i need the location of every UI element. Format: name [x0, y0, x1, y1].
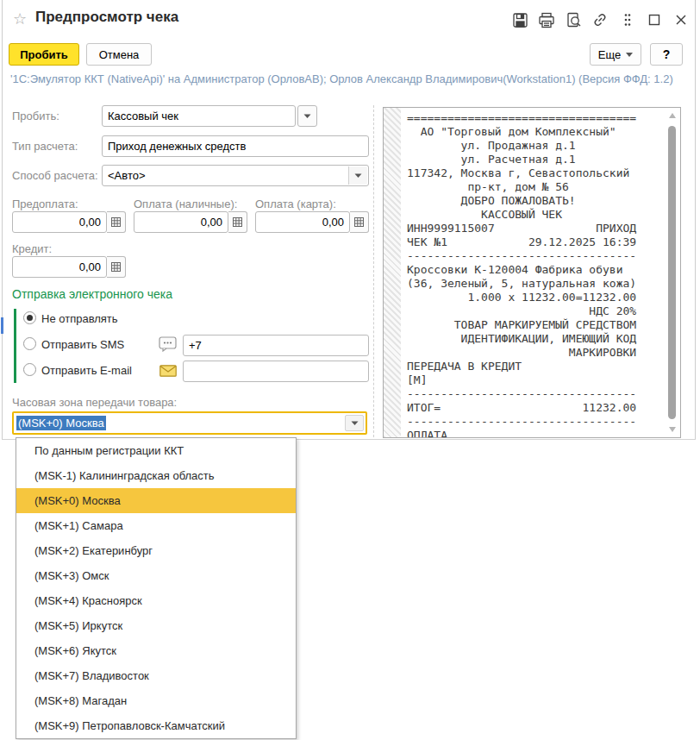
- timezone-option-msk-8[interactable]: (MSK+8) Магадан: [16, 688, 296, 713]
- timezone-option-msk-3[interactable]: (MSK+3) Омск: [16, 563, 296, 588]
- more-actions-button[interactable]: Еще: [590, 43, 641, 66]
- save-icon[interactable]: [510, 10, 529, 29]
- timezone-option-msk-6[interactable]: (MSK+6) Якутск: [16, 638, 296, 663]
- cancel-button[interactable]: Отмена: [86, 43, 152, 66]
- window-border-right: [695, 0, 696, 439]
- receipt-preview-panel: ================================== АО "Т…: [383, 107, 681, 438]
- close-icon[interactable]: [672, 10, 691, 29]
- receipt-text: ================================== АО "Т…: [407, 111, 636, 438]
- radio-send-email-label: Отправить E-mail: [41, 364, 132, 377]
- calculator-icon: [233, 217, 242, 227]
- cash-field[interactable]: 0,00: [134, 211, 228, 233]
- payment-method-dropdown-button[interactable]: [348, 166, 367, 185]
- prepayment-label: Предоплата:: [12, 198, 78, 210]
- scrollbar-thumb[interactable]: [668, 126, 676, 419]
- more-icon[interactable]: [618, 10, 637, 29]
- title-bar: ☆ Предпросмотр чека: [3, 0, 695, 39]
- favorite-star-icon[interactable]: ☆: [11, 10, 28, 28]
- sms-phone-value: +7: [189, 339, 202, 352]
- receipt-scrollbar[interactable]: [666, 108, 679, 437]
- help-button[interactable]: ?: [650, 43, 683, 66]
- payment-type-value: Приход денежных средств: [108, 140, 246, 153]
- card-value: 0,00: [322, 216, 344, 229]
- prepayment-value: 0,00: [79, 216, 101, 229]
- card-label: Оплата (карта):: [255, 198, 336, 210]
- credit-field[interactable]: 0,00: [12, 256, 107, 278]
- card-field[interactable]: 0,00: [255, 211, 350, 233]
- timezone-label: Часовая зона передачи товара:: [12, 396, 177, 409]
- email-envelope-icon[interactable]: [159, 365, 177, 380]
- maximize-icon[interactable]: [645, 10, 664, 29]
- more-actions-label: Еще: [598, 48, 621, 61]
- cash-value: 0,00: [201, 216, 222, 229]
- payment-type-label: Тип расчета:: [12, 140, 78, 153]
- cancel-button-label: Отмена: [99, 48, 140, 61]
- help-button-label: ?: [663, 47, 671, 61]
- receipt-paper-edge: [384, 108, 401, 437]
- credit-calculator-button[interactable]: [107, 256, 126, 278]
- timezone-option-msk-1[interactable]: (MSK+1) Самара: [16, 513, 296, 538]
- timezone-option-msk-4[interactable]: (MSK+4) Красноярск: [16, 588, 296, 613]
- electronic-receipt-section-title: Отправка электронного чека: [12, 287, 172, 301]
- window-scroll-marker: [1, 317, 3, 334]
- probit-label: Пробить:: [12, 110, 59, 122]
- chevron-down-icon: [626, 53, 633, 57]
- cash-label: Оплата (наличные):: [134, 198, 237, 210]
- commit-button[interactable]: Пробить: [9, 43, 79, 66]
- timezone-option-msk-minus1[interactable]: (MSK-1) Калининградская область: [16, 463, 296, 488]
- section-group-bar: [14, 309, 16, 383]
- timezone-dropdown-list: По данным регистрации ККТ (MSK-1) Калини…: [16, 437, 297, 739]
- probit-field[interactable]: Кассовый чек: [102, 105, 296, 127]
- probit-dropdown-button[interactable]: [297, 105, 317, 127]
- window-title: Предпросмотр чека: [35, 9, 178, 26]
- credit-label: Кредит:: [12, 242, 52, 255]
- timezone-option-msk-9[interactable]: (MSK+9) Петропавловск-Камчатский: [16, 713, 296, 738]
- print-preview-icon[interactable]: [564, 10, 583, 29]
- timezone-selected-value: (MSK+0) Москва: [16, 416, 106, 430]
- cash-calculator-button[interactable]: [228, 211, 247, 233]
- payment-method-label: Способ расчета:: [12, 169, 98, 182]
- scroll-down-icon[interactable]: [669, 427, 676, 432]
- link-icon[interactable]: [591, 10, 609, 29]
- timezone-option-registration[interactable]: По данным регистрации ККТ: [16, 438, 296, 463]
- commit-button-label: Пробить: [20, 48, 68, 61]
- timezone-dropdown-button[interactable]: [345, 415, 364, 431]
- app-window: ☆ Предпросмотр чека: [0, 0, 700, 740]
- print-icon[interactable]: [537, 10, 556, 29]
- payment-method-field[interactable]: <Авто>: [102, 165, 369, 186]
- window-border-left: [2, 0, 3, 439]
- credit-value: 0,00: [79, 260, 101, 273]
- probit-value: Кассовый чек: [108, 110, 178, 122]
- payment-method-value: <Авто>: [108, 169, 146, 182]
- chevron-down-icon: [351, 421, 359, 426]
- timezone-option-msk-7[interactable]: (MSK+7) Владивосток: [16, 663, 296, 688]
- radio-send-sms[interactable]: [23, 337, 36, 350]
- calculator-icon: [354, 217, 364, 227]
- payment-type-field[interactable]: Приход денежных средств: [102, 135, 369, 157]
- timezone-combobox[interactable]: (MSK+0) Москва: [12, 411, 367, 435]
- timezone-option-msk-0[interactable]: (MSK+0) Москва: [16, 488, 296, 513]
- calculator-icon: [111, 217, 121, 227]
- email-field[interactable]: [183, 361, 369, 382]
- sms-phone-field[interactable]: +7: [183, 335, 369, 356]
- form-splitter[interactable]: [373, 105, 374, 437]
- radio-send-sms-label: Отправить SMS: [41, 338, 124, 351]
- prepayment-calculator-button[interactable]: [107, 211, 126, 233]
- radio-dont-send-label: Не отправлять: [41, 312, 118, 325]
- prepayment-field[interactable]: 0,00: [12, 211, 107, 233]
- calculator-icon: [111, 262, 121, 272]
- scroll-up-icon[interactable]: [669, 113, 676, 118]
- sms-bubble-icon[interactable]: [159, 336, 177, 355]
- radio-dont-send[interactable]: [23, 311, 36, 324]
- timezone-option-msk-2[interactable]: (MSK+2) Екатеринбург: [16, 538, 296, 563]
- radio-send-email[interactable]: [23, 363, 36, 376]
- timezone-option-msk-5[interactable]: (MSK+5) Иркутск: [16, 613, 296, 638]
- device-info-text: '1С:Эмулятор ККТ (NativeApi)' на Админис…: [10, 72, 686, 85]
- card-calculator-button[interactable]: [350, 211, 369, 233]
- chevron-down-icon: [303, 114, 311, 119]
- chevron-down-icon: [354, 173, 362, 179]
